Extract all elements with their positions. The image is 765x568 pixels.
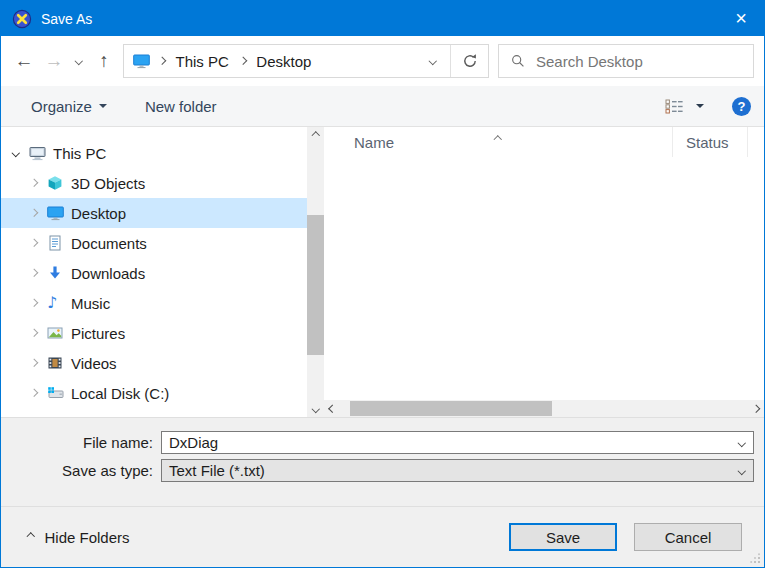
hide-folders-button[interactable]: Hide Folders [28, 529, 130, 546]
chevron-down-icon[interactable] [737, 439, 745, 447]
save-as-type-value: Text File (*.txt) [162, 462, 739, 479]
new-folder-button[interactable]: New folder [145, 98, 217, 115]
file-list-empty-area[interactable] [324, 157, 764, 400]
chevron-down-icon [75, 57, 83, 65]
sidebar-item-pictures[interactable]: Pictures [1, 318, 307, 348]
address-dropdown-button[interactable] [416, 45, 450, 77]
desktop-location-icon [133, 54, 150, 69]
scroll-up-icon[interactable] [307, 127, 324, 144]
change-view-button[interactable] [665, 99, 704, 114]
search-icon [511, 54, 525, 68]
refresh-button[interactable] [451, 45, 488, 77]
save-as-type-label: Save as type: [1, 462, 153, 479]
address-bar[interactable]: This PC Desktop [123, 44, 489, 78]
scroll-left-icon[interactable] [324, 400, 341, 417]
downloads-icon [47, 265, 64, 281]
forward-button[interactable]: → [39, 45, 69, 77]
file-list-pane: Name Status [324, 127, 764, 417]
recent-locations-button[interactable] [69, 45, 89, 77]
main-area: This PC 3D Objects [1, 127, 764, 417]
dialog-bottom-section: File name: Save as type: Text File (*.tx… [1, 417, 764, 567]
chevron-collapsed-icon[interactable] [26, 300, 42, 306]
sidebar-item-label: Pictures [71, 325, 125, 342]
sidebar-item-label: 3D Objects [71, 175, 145, 192]
organize-button[interactable]: Organize [31, 98, 107, 115]
back-arrow-icon: ← [15, 50, 34, 72]
resize-grip-icon[interactable] [750, 553, 761, 564]
chevron-expanded-icon[interactable] [8, 150, 24, 156]
up-button[interactable]: ↑ [89, 45, 119, 77]
sidebar-item-label: Music [71, 295, 110, 312]
save-as-type-select[interactable]: Text File (*.txt) [161, 459, 754, 482]
scroll-right-icon[interactable] [747, 400, 764, 417]
file-name-row: File name: [1, 431, 764, 454]
column-header-status[interactable]: Status [673, 127, 748, 157]
toolbar-right-group: ? [665, 97, 764, 116]
close-button[interactable]: × [718, 1, 764, 36]
footer-button-group: Save Cancel [509, 523, 742, 551]
column-header-row: Name Status [324, 127, 764, 157]
desktop-icon [47, 206, 64, 221]
title-bar: Save As × [1, 1, 764, 36]
computer-icon [29, 145, 46, 161]
videos-icon [47, 355, 64, 371]
hide-folders-label: Hide Folders [45, 529, 130, 546]
chevron-collapsed-icon[interactable] [26, 360, 42, 366]
back-button[interactable]: ← [9, 45, 39, 77]
folder-tree: This PC 3D Objects [1, 127, 307, 417]
search-box[interactable] [498, 44, 754, 78]
sidebar-item-local-disk-c[interactable]: Local Disk (C:) [1, 378, 307, 408]
list-horizontal-scrollbar[interactable] [324, 400, 764, 417]
chevron-collapsed-icon[interactable] [26, 210, 42, 216]
save-button[interactable]: Save [509, 523, 617, 551]
navigation-bar: ← → ↑ This PC Desktop [1, 36, 764, 86]
breadcrumb-desktop[interactable]: Desktop [247, 45, 320, 77]
refresh-icon [462, 53, 478, 69]
sidebar-item-desktop[interactable]: Desktop [1, 198, 307, 228]
details-view-icon [665, 99, 684, 114]
chevron-collapsed-icon[interactable] [26, 330, 42, 336]
close-icon: × [735, 7, 747, 30]
chevron-down-icon [99, 104, 107, 108]
chevron-collapsed-icon[interactable] [26, 270, 42, 276]
sidebar-item-music[interactable]: ♪ Music [1, 288, 307, 318]
chevron-down-icon[interactable] [737, 467, 745, 475]
file-name-input[interactable] [162, 434, 739, 451]
sidebar-item-videos[interactable]: Videos [1, 348, 307, 378]
3d-objects-icon [47, 175, 64, 191]
save-as-dialog: Save As × ← → ↑ This PC Desktop [0, 0, 765, 568]
scroll-down-icon[interactable] [307, 400, 324, 417]
command-toolbar: Organize New folder ? [1, 86, 764, 127]
sidebar-item-downloads[interactable]: Downloads [1, 258, 307, 288]
organize-label: Organize [31, 98, 92, 115]
tree-vertical-scrollbar[interactable] [307, 127, 324, 417]
breadcrumb-separator-icon [158, 57, 166, 65]
dialog-footer: Hide Folders Save Cancel [1, 506, 764, 567]
sidebar-item-label: Downloads [71, 265, 145, 282]
question-mark-icon: ? [738, 99, 746, 114]
breadcrumb-separator-icon [239, 57, 247, 65]
sidebar-item-documents[interactable]: Documents [1, 228, 307, 258]
chevron-collapsed-icon[interactable] [26, 240, 42, 246]
cancel-button[interactable]: Cancel [634, 523, 742, 551]
file-name-combobox[interactable] [161, 431, 754, 454]
pictures-icon [47, 325, 64, 341]
window-title: Save As [41, 11, 92, 27]
sort-ascending-icon [495, 128, 501, 145]
column-label: Name [354, 134, 394, 151]
search-input[interactable] [534, 52, 753, 71]
chevron-collapsed-icon[interactable] [26, 390, 42, 396]
sidebar-item-label: Documents [71, 235, 147, 252]
sidebar-item-this-pc[interactable]: This PC [1, 138, 307, 168]
horizontal-scrollbar-thumb[interactable] [350, 401, 552, 416]
sidebar-item-label: Desktop [71, 205, 126, 222]
help-button[interactable]: ? [732, 97, 751, 116]
vertical-scrollbar-thumb[interactable] [307, 215, 324, 355]
breadcrumb-this-pc[interactable]: This PC [167, 45, 238, 77]
up-arrow-icon: ↑ [99, 50, 109, 72]
column-label: Status [686, 134, 729, 151]
chevron-collapsed-icon[interactable] [26, 180, 42, 186]
sidebar-item-3d-objects[interactable]: 3D Objects [1, 168, 307, 198]
file-name-label: File name: [1, 434, 153, 451]
chevron-down-icon [429, 57, 437, 65]
